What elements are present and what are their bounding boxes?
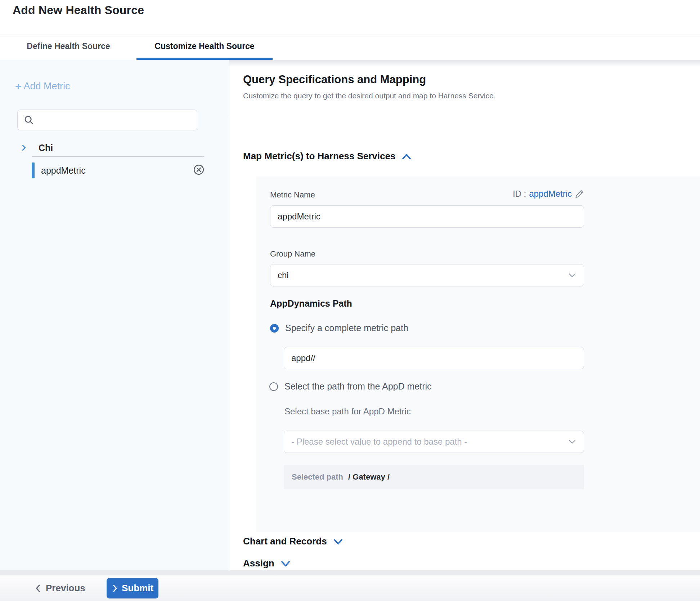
chevron-down-icon [333,538,344,546]
tab-define-label: Define Health Source [27,41,110,51]
selected-metric-indicator [32,163,35,178]
dialog-header: Add New Health Source [0,0,700,35]
complete-metric-path-input[interactable] [284,347,584,369]
map-metrics-card: Metric Name ID : appdMetric Group Name c… [256,177,700,532]
metric-id-value[interactable]: appdMetric [529,189,572,199]
section-assign-title: Assign [243,558,274,569]
tab-customize-health-source[interactable]: Customize Health Source [134,35,275,58]
metric-id-row: ID : appdMetric [513,189,584,199]
tab-customize-label: Customize Health Source [154,41,254,51]
page-title: Add New Health Source [13,4,144,17]
selected-path-box: Selected path / Gateway / [284,465,584,489]
previous-button[interactable]: Previous [34,575,85,601]
section-chart-records-title: Chart and Records [243,536,327,547]
header-divider [229,117,700,117]
main-heading: Query Specifications and Mapping [243,73,426,86]
selected-path-value: / Gateway / [348,472,390,482]
tab-define-health-source[interactable]: Define Health Source [14,35,122,58]
chevron-down-icon [280,560,291,567]
metric-list-item-appdmetric[interactable]: appdMetric [0,161,216,179]
chevron-down-icon [568,438,576,445]
appdynamics-path-label: AppDynamics Path [270,298,352,309]
metric-group-chi[interactable]: Chi [0,140,202,156]
group-name-label: Group Name [270,249,315,259]
metrics-sidebar: + Add Metric Chi appdMetric [0,60,229,575]
submit-button-label: Submit [122,583,153,594]
section-map-metrics-title: Map Metric(s) to Harness Services [243,151,395,162]
add-metric-label: Add Metric [24,81,70,92]
radio-selected-icon [270,324,279,333]
chevron-up-icon [401,152,412,160]
previous-button-label: Previous [46,583,85,594]
base-path-label: Select base path for AppD Metric [284,406,411,417]
metric-id-prefix: ID : [513,189,526,199]
chevron-right-icon [20,144,28,152]
metric-name-input[interactable] [270,205,584,228]
add-metric-button[interactable]: + Add Metric [15,81,70,92]
group-name-select[interactable]: chi [270,264,584,286]
metric-group-label: Chi [39,143,53,153]
search-icon [23,115,34,125]
metric-search-input[interactable] [17,110,197,130]
tab-bar: Define Health Source Customize Health So… [0,35,700,60]
base-path-placeholder: - Please select value to append to base … [291,437,467,447]
plus-icon: + [15,81,22,92]
group-name-value: chi [278,270,289,280]
circle-x-icon[interactable] [193,164,205,176]
base-path-select[interactable]: - Please select value to append to base … [284,431,584,453]
radio-complete-metric-path-label: Specify a complete metric path [285,323,408,333]
footer-bar: Previous Submit [0,575,700,601]
section-assign-toggle[interactable]: Assign [243,558,291,569]
selected-path-label: Selected path [292,472,343,482]
group-divider [32,156,204,157]
pencil-icon[interactable] [575,189,584,199]
metric-name-label: Metric Name [270,190,315,200]
main-subheading: Customize the query to get the desired o… [243,92,496,100]
chevron-left-icon [34,584,42,593]
chevron-down-icon [568,272,576,279]
chevron-right-icon [112,584,118,593]
radio-select-path-label: Select the path from the AppD metric [284,381,432,392]
metric-item-label: appdMetric [41,165,86,176]
submit-button[interactable]: Submit [107,578,158,598]
radio-select-path-from-appd[interactable]: Select the path from the AppD metric [269,381,432,392]
section-chart-records-toggle[interactable]: Chart and Records [243,536,344,547]
radio-complete-metric-path[interactable]: Specify a complete metric path [270,323,408,333]
footer-divider-strip [0,570,700,575]
section-map-metrics-toggle[interactable]: Map Metric(s) to Harness Services [243,151,412,162]
radio-unselected-icon [269,382,278,391]
add-health-source-dialog: Add New Health Source Define Health Sour… [0,0,700,601]
